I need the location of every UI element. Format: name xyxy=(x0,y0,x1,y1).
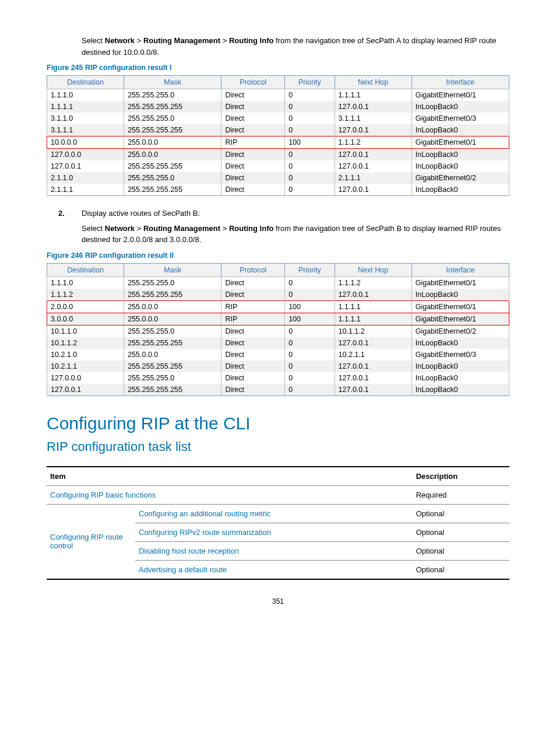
cell-mask: 255.0.0.0 xyxy=(124,149,221,161)
cell-mask: 255.255.255.0 xyxy=(124,325,221,337)
col-item: Item xyxy=(47,467,413,486)
cell-proto: Direct xyxy=(221,184,285,196)
cell-iface: GigabitEthernet0/1 xyxy=(411,136,509,149)
table-row: 127.0.0.1255.255.255.255Direct0127.0.0.1… xyxy=(47,160,509,172)
cell-dest: 3.0.0.0 xyxy=(47,313,124,325)
col-header: Mask xyxy=(124,76,221,89)
intro-paragraph-1: Select Network > Routing Management > Ro… xyxy=(82,35,509,58)
cell-nexthop: 127.0.0.1 xyxy=(335,160,411,172)
cell-iface: GigabitEthernet0/3 xyxy=(411,349,509,360)
cell-prio: 0 xyxy=(285,372,335,384)
task-item-link[interactable]: Configuring an additional routing metric xyxy=(135,504,413,523)
t: Network xyxy=(105,224,135,233)
task-desc: Optional xyxy=(413,523,509,541)
cell-dest: 127.0.0.0 xyxy=(47,149,124,161)
task-item-link[interactable]: Advertising a default route xyxy=(135,560,413,579)
table-row: 1.1.1.0255.255.255.0Direct01.1.1.2Gigabi… xyxy=(47,276,509,289)
task-desc: Optional xyxy=(413,560,509,579)
table-row: 1.1.1.0255.255.255.0Direct01.1.1.1Gigabi… xyxy=(47,89,509,102)
cell-dest: 2.1.1.1 xyxy=(47,184,124,196)
cell-dest: 1.1.1.0 xyxy=(47,276,124,289)
cell-nexthop: 10.1.1.2 xyxy=(335,325,411,337)
cell-proto: Direct xyxy=(221,384,285,396)
t: Routing Info xyxy=(229,36,274,45)
cell-mask: 255.255.255.0 xyxy=(124,113,221,124)
cell-mask: 255.255.255.255 xyxy=(124,360,221,372)
cell-nexthop: 127.0.0.1 xyxy=(335,184,411,196)
cell-prio: 0 xyxy=(285,184,335,196)
cell-iface: GigabitEthernet0/2 xyxy=(411,325,509,337)
task-item-link[interactable]: Disabling host route reception xyxy=(135,541,413,560)
cell-dest: 1.1.1.1 xyxy=(47,101,124,113)
cell-proto: Direct xyxy=(221,89,285,102)
cell-proto: Direct xyxy=(221,349,285,360)
cell-mask: 255.255.255.0 xyxy=(124,276,221,289)
cell-proto: Direct xyxy=(221,289,285,301)
cell-nexthop: 2.1.1.1 xyxy=(335,172,411,184)
cell-prio: 100 xyxy=(285,300,335,313)
cell-iface: InLoopBack0 xyxy=(411,372,509,384)
t: > xyxy=(135,36,143,45)
cell-iface: InLoopBack0 xyxy=(411,160,509,172)
cell-mask: 255.0.0.0 xyxy=(124,300,221,313)
cell-prio: 0 xyxy=(285,325,335,337)
cell-prio: 0 xyxy=(285,360,335,372)
cell-prio: 0 xyxy=(285,349,335,360)
cell-proto: Direct xyxy=(221,101,285,113)
routing-table-245: DestinationMaskProtocolPriorityNext HopI… xyxy=(47,75,509,196)
col-header: Next Hop xyxy=(335,263,411,276)
task-desc: Required xyxy=(413,485,509,504)
task-group-label[interactable]: Configuring RIP route control xyxy=(47,504,135,579)
table-header-row: DestinationMaskProtocolPriorityNext HopI… xyxy=(47,263,509,276)
cell-proto: Direct xyxy=(221,124,285,136)
col-header: Interface xyxy=(411,263,509,276)
task-list-table: Item Description Configuring RIP basic f… xyxy=(47,466,509,580)
table-row: Configuring RIP route controlConfiguring… xyxy=(47,504,509,523)
col-desc: Description xyxy=(413,467,509,486)
col-header: Next Hop xyxy=(335,76,411,89)
t: Select xyxy=(82,224,105,233)
col-header: Protocol xyxy=(221,76,285,89)
cell-mask: 255.255.255.255 xyxy=(124,101,221,113)
cell-prio: 0 xyxy=(285,289,335,301)
col-header: Priority xyxy=(285,76,335,89)
cell-iface: GigabitEthernet0/1 xyxy=(411,300,509,313)
cell-nexthop: 10.2.1.1 xyxy=(335,349,411,360)
t: Routing Management xyxy=(143,224,220,233)
task-desc: Optional xyxy=(413,541,509,560)
cell-iface: GigabitEthernet0/1 xyxy=(411,276,509,289)
cell-proto: Direct xyxy=(221,360,285,372)
cell-prio: 0 xyxy=(285,101,335,113)
cell-nexthop: 127.0.0.1 xyxy=(335,101,411,113)
table-row: 10.2.1.1255.255.255.255Direct0127.0.0.1I… xyxy=(47,360,509,372)
cell-nexthop: 1.1.1.1 xyxy=(335,89,411,102)
cell-mask: 255.255.255.0 xyxy=(124,372,221,384)
table-row: 10.2.1.0255.0.0.0Direct010.2.1.1GigabitE… xyxy=(47,349,509,360)
cell-dest: 1.1.1.2 xyxy=(47,289,124,301)
task-item-link[interactable]: Configuring RIP basic functions xyxy=(47,485,413,504)
table-row: Configuring RIP basic functionsRequired xyxy=(47,485,509,504)
cell-nexthop: 127.0.0.1 xyxy=(335,124,411,136)
col-header: Mask xyxy=(124,263,221,276)
cell-proto: RIP xyxy=(221,300,285,313)
cell-prio: 100 xyxy=(285,136,335,149)
step-2: 2. Display active routes of SecPath B: xyxy=(47,208,509,219)
table-row: 127.0.0.1255.255.255.255Direct0127.0.0.1… xyxy=(47,384,509,396)
cell-dest: 127.0.0.1 xyxy=(47,384,124,396)
subsection-title: RIP configuration task list xyxy=(47,439,509,454)
cell-proto: RIP xyxy=(221,313,285,325)
cell-iface: InLoopBack0 xyxy=(411,101,509,113)
cell-nexthop: 127.0.0.1 xyxy=(335,384,411,396)
col-header: Destination xyxy=(47,76,124,89)
col-header: Destination xyxy=(47,263,124,276)
cell-dest: 10.1.1.0 xyxy=(47,325,124,337)
cell-proto: Direct xyxy=(221,160,285,172)
cell-nexthop: 127.0.0.1 xyxy=(335,372,411,384)
cell-prio: 0 xyxy=(285,276,335,289)
cell-iface: GigabitEthernet0/2 xyxy=(411,172,509,184)
page-number: 351 xyxy=(47,597,509,606)
cell-proto: Direct xyxy=(221,337,285,349)
cell-prio: 0 xyxy=(285,124,335,136)
task-item-link[interactable]: Configuring RIPv2 route summarization xyxy=(135,523,413,541)
cell-iface: InLoopBack0 xyxy=(411,124,509,136)
